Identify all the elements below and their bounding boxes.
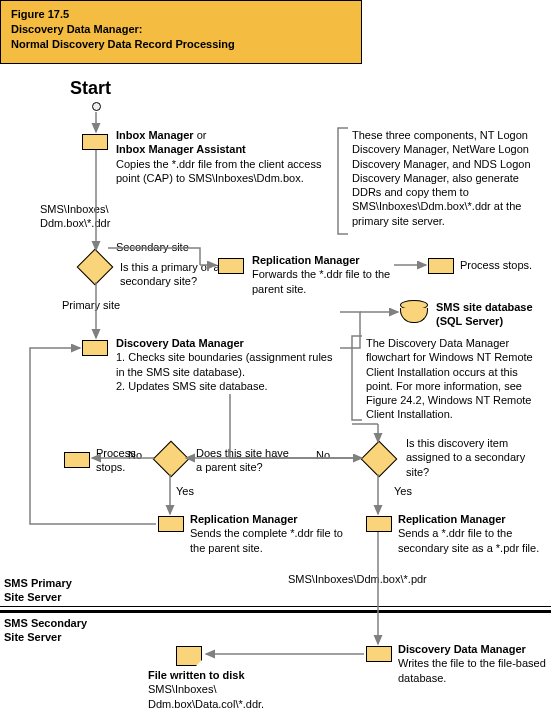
sms-database-icon bbox=[400, 300, 428, 323]
replication-mgr-3-icon bbox=[366, 516, 392, 532]
figure-title-box: Figure 17.5 Discovery Data Manager: Norm… bbox=[0, 0, 362, 64]
path-label-1: SMS\Inboxes\ Ddm.box\*.ddr bbox=[40, 202, 150, 231]
title-line3: Normal Discovery Data Record Processing bbox=[11, 37, 351, 52]
replication-mgr-2-icon bbox=[158, 516, 184, 532]
ddm-icon bbox=[82, 340, 108, 356]
decision-parent-icon bbox=[153, 441, 190, 478]
sms-database-label: SMS site database (SQL Server) bbox=[436, 300, 546, 329]
replication-mgr-1-icon bbox=[218, 258, 244, 274]
branch-secondary: Secondary site bbox=[116, 240, 189, 254]
process-stops-2: Process stops. bbox=[96, 446, 152, 475]
inbox-heading2: Inbox Manager Assistant bbox=[116, 143, 246, 155]
ddm-2-text: Discovery Data Manager Writes the file t… bbox=[398, 642, 548, 685]
inbox-manager-icon bbox=[82, 134, 108, 150]
process-stops-1-icon bbox=[428, 258, 454, 274]
decision2-yes: Yes bbox=[394, 484, 412, 498]
branch-primary: Primary site bbox=[62, 298, 120, 312]
title-line1: Figure 17.5 bbox=[11, 7, 351, 22]
file-written-icon bbox=[176, 646, 202, 666]
start-label: Start bbox=[70, 78, 111, 99]
side-note-2: The Discovery Data Manager flowchart for… bbox=[366, 336, 544, 422]
replication-mgr-1-text: Replication Manager Forwards the *.ddr f… bbox=[252, 253, 392, 296]
ddm-text: Discovery Data Manager 1. Checks site bo… bbox=[116, 336, 336, 393]
inbox-desc: Copies the *.ddr file from the client ac… bbox=[116, 158, 321, 184]
secondary-server-label: SMS Secondary Site Server bbox=[4, 616, 104, 645]
primary-server-label: SMS Primary Site Server bbox=[4, 576, 94, 605]
file-written-text: File written to disk SMS\Inboxes\ Ddm.bo… bbox=[148, 668, 318, 710]
decision-secondary-icon bbox=[361, 441, 398, 478]
replication-mgr-2-text: Replication Manager Sends the complete *… bbox=[190, 512, 350, 555]
flowchart-canvas: Figure 17.5 Discovery Data Manager: Norm… bbox=[0, 0, 551, 710]
title-line2: Discovery Data Manager: bbox=[11, 22, 351, 37]
decision-secondary-question: Is this discovery item assigned to a sec… bbox=[406, 436, 536, 479]
replication-mgr-3-text: Replication Manager Sends a *.ddr file t… bbox=[398, 512, 546, 555]
process-stops-2-icon bbox=[64, 452, 90, 468]
decision-parent-question: Does this site have a parent site? bbox=[196, 446, 296, 475]
ddm-2-icon bbox=[366, 646, 392, 662]
inbox-manager-text: Inbox Manager or Inbox Manager Assistant… bbox=[116, 128, 326, 185]
decision3-yes: Yes bbox=[176, 484, 194, 498]
side-note-1: These three components, NT Logon Discove… bbox=[352, 128, 540, 228]
process-stops-1: Process stops. bbox=[460, 258, 550, 272]
decision2-no: No bbox=[316, 448, 330, 462]
inbox-heading: Inbox Manager bbox=[116, 129, 194, 141]
path-label-2: SMS\Inboxes\Ddm.box\*.pdr bbox=[288, 572, 427, 586]
decision-site-type-icon bbox=[77, 249, 114, 286]
start-dot-icon bbox=[92, 102, 101, 111]
